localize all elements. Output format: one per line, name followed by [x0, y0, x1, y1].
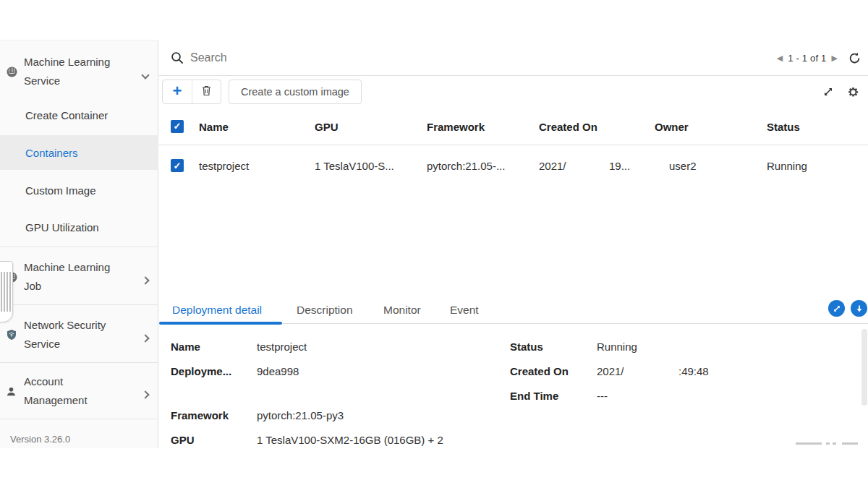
field-value: 1 TeslaV100-SXM2-16GB (016GB) + 2	[257, 434, 443, 446]
sidebar-item-containers[interactable]: Containers	[0, 135, 158, 170]
table-header: ✓ Name GPU Framework Created On Owner St…	[159, 108, 868, 145]
pagination: ◀ 1 - 1 of 1 ▶	[777, 40, 861, 76]
tab-description[interactable]: Description	[297, 296, 353, 324]
field-label: Name	[171, 341, 200, 353]
field-label: Framework	[171, 409, 229, 421]
search-input[interactable]: Search	[190, 51, 227, 64]
sidebar-item-custom-image[interactable]: Custom Image	[0, 173, 158, 207]
col-owner[interactable]: Owner	[655, 120, 689, 132]
trash-icon	[201, 85, 212, 99]
clipped-icon	[833, 442, 836, 445]
field-label: GPU	[171, 434, 195, 446]
page-range-label: 1 - 1 of 1	[788, 53, 826, 64]
page-next-icon[interactable]: ▶	[832, 54, 838, 62]
chevron-down-icon[interactable]	[142, 68, 148, 81]
toolbar: + Create a custom image	[159, 76, 868, 108]
sidebar-group-ml-job[interactable]: Machine Learning Job	[0, 254, 158, 299]
chevron-right-icon[interactable]	[142, 331, 148, 344]
tab-deployment-detail[interactable]: Deployment detail	[172, 296, 262, 324]
sidebar-group-label: Account Management	[24, 372, 119, 410]
toolbar-button-group: +	[162, 80, 221, 104]
page-prev-icon[interactable]: ◀	[777, 54, 783, 62]
field-value: ---	[597, 390, 608, 402]
divider	[0, 362, 158, 363]
divider	[0, 304, 158, 305]
col-gpu[interactable]: GPU	[315, 120, 339, 132]
cell-created-on-part1: 2021/	[539, 160, 566, 172]
field-label: Created On	[510, 365, 569, 377]
sidebar: Machine Learning Service Create Containe…	[0, 40, 158, 448]
detail-tabs: Deployment detail Description Monitor Ev…	[159, 296, 868, 324]
gear-icon[interactable]	[847, 86, 859, 98]
app-window: Machine Learning Service Create Containe…	[0, 0, 868, 488]
clipped-icon	[826, 442, 830, 445]
field-value: testproject	[257, 341, 307, 353]
sidebar-group-label: Machine Learning Service	[24, 53, 119, 90]
row-checkbox[interactable]: ✓	[171, 159, 184, 172]
search-icon	[171, 51, 184, 64]
field-value: pytorch:21.05-py3	[257, 409, 344, 421]
cell-created-on-part2: 19...	[609, 160, 630, 172]
sidebar-group-account-management[interactable]: Account Management	[0, 369, 158, 414]
version-label: Version 3.26.0	[10, 434, 70, 445]
main-panel: Search ◀ 1 - 1 of 1 ▶ +	[159, 40, 868, 448]
cell-status: Running	[767, 160, 807, 172]
delete-button[interactable]	[192, 80, 221, 103]
field-label: Deployme...	[171, 365, 231, 377]
chevron-right-icon[interactable]	[142, 388, 148, 401]
plus-icon: +	[173, 83, 182, 99]
field-value: Running	[597, 341, 637, 353]
chevron-right-icon[interactable]	[142, 273, 148, 286]
divider	[0, 419, 158, 419]
sidebar-group-label: Network Security Service	[24, 316, 119, 354]
tab-event[interactable]: Event	[450, 296, 479, 324]
col-status[interactable]: Status	[767, 120, 800, 132]
sidebar-group-label: Machine Learning Job	[24, 258, 119, 296]
panel-collapse-icon[interactable]	[851, 300, 867, 317]
field-value: 2021/	[597, 365, 624, 377]
cell-name: testproject	[199, 160, 249, 172]
table-row[interactable]: ✓ testproject 1 TeslaV100-S... pytorch:2…	[159, 145, 868, 186]
cell-owner: user2	[669, 160, 697, 172]
clipped-icon	[842, 442, 858, 445]
field-value: 9dea998	[257, 365, 299, 377]
cell-framework: pytorch:21.05-...	[427, 160, 505, 172]
field-value: :49:48	[678, 365, 709, 377]
shield-icon	[6, 329, 20, 341]
person-icon	[6, 386, 20, 397]
active-tab-underline	[159, 322, 282, 325]
col-framework[interactable]: Framework	[427, 120, 485, 132]
field-label: End Time	[510, 390, 558, 402]
clipped-icon	[796, 442, 822, 445]
add-button[interactable]: +	[163, 80, 192, 103]
select-all-checkbox[interactable]: ✓	[171, 120, 184, 133]
search-bar: Search ◀ 1 - 1 of 1 ▶	[159, 40, 868, 76]
expand-icon[interactable]	[822, 86, 834, 98]
panel-expand-icon[interactable]	[828, 300, 845, 317]
sidebar-item-gpu-utilization[interactable]: GPU Utilization	[0, 210, 158, 244]
refresh-icon[interactable]	[848, 52, 861, 64]
clipped-popover	[0, 261, 13, 322]
toolbar-right-icons	[822, 76, 859, 108]
sidebar-item-create-container[interactable]: Create Container	[0, 98, 158, 132]
detail-scrollbar[interactable]	[861, 329, 867, 406]
field-label: Status	[510, 341, 543, 353]
tab-monitor[interactable]: Monitor	[383, 296, 421, 324]
cell-gpu: 1 TeslaV100-S...	[315, 160, 394, 172]
col-created-on[interactable]: Created On	[539, 120, 597, 132]
brain-icon	[6, 66, 20, 78]
sidebar-group-network-security[interactable]: Network Security Service	[0, 312, 158, 357]
col-name[interactable]: Name	[199, 120, 229, 132]
create-custom-image-button[interactable]: Create a custom image	[229, 80, 362, 104]
divider	[0, 247, 158, 247]
sidebar-group-ml-service[interactable]: Machine Learning Service	[0, 51, 158, 92]
